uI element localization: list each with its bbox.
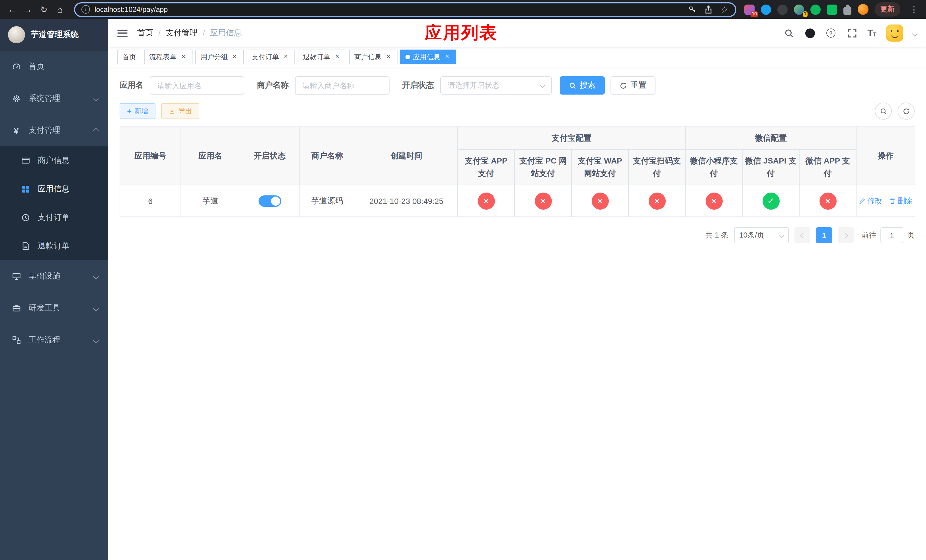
show-search-toggle-icon[interactable]: [875, 103, 892, 120]
tab-app-info[interactable]: 应用信息×: [400, 50, 456, 64]
col-wx-app: 微信 APP 支付: [799, 150, 856, 185]
sidebar-item-app-info[interactable]: 应用信息: [0, 175, 108, 203]
tab-pay-orders[interactable]: 支付订单×: [247, 50, 295, 64]
filter-form: 应用名 商户名称 开启状态 请选择开启状态 搜索 重置: [120, 76, 915, 95]
merchant-name-input[interactable]: [295, 76, 390, 95]
goto-page-input[interactable]: [881, 227, 903, 243]
font-size-icon[interactable]: [867, 29, 876, 38]
sidebar-item-pay-orders[interactable]: 支付订单: [0, 203, 108, 232]
status-icon: ✓: [762, 192, 779, 209]
goto-label: 前往: [862, 230, 876, 241]
chevron-down-icon: [93, 96, 99, 101]
close-icon[interactable]: ×: [282, 53, 290, 61]
search-button[interactable]: 搜索: [560, 76, 605, 95]
extension-badge: 10: [750, 11, 758, 17]
browser-menu-icon[interactable]: [906, 2, 921, 17]
sidebar-item-merchant-info[interactable]: 商户信息: [0, 147, 108, 175]
extension-badge: 1: [803, 11, 808, 17]
status-toggle[interactable]: [258, 195, 281, 206]
sidebar-item-label: 工作流程: [29, 335, 61, 345]
user-avatar[interactable]: [886, 24, 903, 42]
avatar-caret-icon[interactable]: [913, 28, 917, 38]
tab-refund-orders[interactable]: 退款订单×: [298, 50, 346, 64]
sidebar-item-label: 支付订单: [38, 212, 70, 223]
extension-icon-2[interactable]: [761, 4, 771, 15]
add-button[interactable]: + 新增: [120, 103, 156, 119]
sidebar-item-home[interactable]: 首页: [0, 51, 108, 83]
cell-actions: 修改 删除: [856, 185, 915, 217]
app-title: 芋道管理系统: [31, 30, 79, 40]
chevron-up-icon: [93, 128, 99, 133]
prev-page-button[interactable]: [794, 227, 810, 243]
reload-icon[interactable]: [36, 2, 51, 17]
status-select[interactable]: 请选择开启状态: [440, 76, 552, 95]
plus-icon: +: [127, 107, 132, 115]
tab-user-group[interactable]: 用户分组×: [195, 50, 244, 64]
home-icon[interactable]: [52, 2, 67, 17]
share-icon[interactable]: [704, 5, 713, 14]
breadcrumb-home[interactable]: 首页: [137, 28, 153, 38]
app-name-input[interactable]: [150, 76, 244, 95]
password-key-icon[interactable]: [688, 5, 697, 14]
close-icon[interactable]: ×: [333, 53, 341, 61]
grid-icon: [21, 184, 30, 194]
close-icon[interactable]: ×: [384, 53, 392, 61]
close-icon[interactable]: ×: [443, 53, 451, 61]
cell-merchant: 芋道源码: [299, 185, 355, 217]
cell-status: [240, 185, 299, 217]
reset-button[interactable]: 重置: [610, 76, 655, 95]
breadcrumb-payment[interactable]: 支付管理: [166, 28, 198, 38]
tags-view: 首页 流程表单× 用户分组× 支付订单× 退款订单× 商户信息×: [108, 47, 926, 67]
sidebar-item-label: 支付管理: [29, 125, 61, 136]
logo-avatar: [8, 26, 25, 43]
refresh-icon[interactable]: [897, 103, 915, 120]
export-button[interactable]: 导出: [161, 103, 199, 119]
help-icon[interactable]: [825, 27, 837, 39]
extension-icon-3[interactable]: [777, 4, 788, 15]
extension-icon-1[interactable]: 10: [744, 4, 755, 15]
page-info-icon[interactable]: [82, 5, 90, 14]
sidebar-item-payment[interactable]: ¥ 支付管理: [0, 115, 108, 147]
col-alipay-pc: 支付宝 PC 网站支付: [514, 150, 572, 185]
sidebar-item-refund-orders[interactable]: 退款订单: [0, 232, 108, 260]
total-count: 共 1 条: [705, 230, 728, 241]
back-icon[interactable]: [5, 2, 20, 17]
sidebar-item-devtools[interactable]: 研发工具: [0, 292, 108, 324]
browser-profile-avatar[interactable]: [858, 4, 869, 15]
credit-card-icon: [21, 156, 30, 165]
search-icon[interactable]: [783, 27, 794, 39]
extension-icon-6[interactable]: [827, 4, 837, 15]
bookmark-star-icon[interactable]: [720, 5, 729, 14]
status-icon: ×: [648, 192, 666, 209]
tab-merchant-info[interactable]: 商户信息×: [349, 50, 398, 64]
extensions-puzzle-icon[interactable]: [843, 6, 851, 15]
page-number[interactable]: 1: [816, 227, 832, 243]
delete-button[interactable]: 删除: [889, 196, 912, 206]
sidebar-logo: 芋道管理系统: [0, 19, 108, 51]
browser-update-button[interactable]: 更新: [875, 2, 900, 17]
col-group-wechat: 微信配置: [685, 127, 856, 150]
sidebar-item-system[interactable]: 系统管理: [0, 83, 108, 115]
sidebar-item-infra[interactable]: 基础设施: [0, 260, 108, 292]
sidebar-item-label: 退款订单: [38, 241, 70, 251]
close-icon[interactable]: ×: [179, 53, 188, 61]
tab-process-form[interactable]: 流程表单×: [144, 50, 192, 64]
status-icon: ×: [705, 192, 722, 209]
col-app-name: 应用名: [181, 127, 240, 185]
extension-icon-5[interactable]: [810, 4, 821, 15]
edit-button[interactable]: 修改: [859, 196, 882, 206]
forward-icon[interactable]: [21, 2, 35, 17]
sidebar-toggle-icon[interactable]: [117, 29, 127, 37]
url-text[interactable]: localhost:1024/pay/app: [95, 5, 168, 14]
tab-home[interactable]: 首页: [117, 50, 141, 64]
address-bar[interactable]: localhost:1024/pay/app: [74, 2, 736, 17]
close-icon[interactable]: ×: [231, 53, 239, 61]
col-wx-jsapi: 微信 JSAPI 支付: [742, 150, 799, 185]
next-page-button[interactable]: [838, 227, 854, 243]
page-size-select[interactable]: 10条/页: [734, 227, 789, 243]
fullscreen-icon[interactable]: [846, 27, 858, 39]
extension-icon-4[interactable]: 1: [794, 4, 804, 15]
yen-icon: ¥: [11, 126, 21, 135]
github-icon[interactable]: [804, 27, 816, 39]
sidebar-item-workflow[interactable]: 工作流程: [0, 324, 108, 356]
